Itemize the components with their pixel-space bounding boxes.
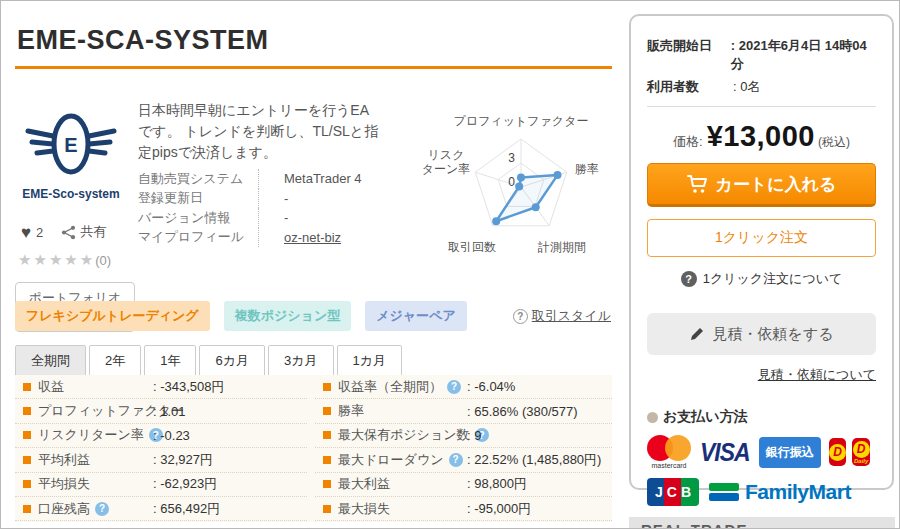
product-page: EME-SCA-SYSTEM E EME-Sco-system ♥ 2 共有	[0, 0, 900, 529]
stats-table: 収益?: -343,508円 プロフィットファクター?: 1.01 リスクリター…	[15, 375, 612, 522]
stat-row: 最大ドローダウン?: 22.52% (1,485,880円)	[315, 448, 612, 472]
jcb-logo: JCB	[647, 478, 699, 506]
svg-text:0: 0	[508, 175, 515, 189]
share-label: 共有	[80, 223, 106, 241]
page-title: EME-SCA-SYSTEM	[17, 25, 269, 56]
trade-style-radar-chart: 30プロフィットファクター勝率計測期間取引回数リスクターン率	[416, 115, 631, 269]
daily-yamazaki-logo: D	[829, 438, 847, 466]
bullet-icon	[23, 431, 31, 439]
bullet-circle-icon	[647, 412, 658, 423]
bullet-icon	[323, 480, 331, 488]
svg-text:E: E	[64, 134, 77, 156]
familymart-logo: FamilyMart	[709, 480, 851, 504]
bullet-icon	[23, 407, 31, 415]
stat-row: リスクリターン率?: -0.23	[15, 424, 307, 448]
bullet-icon	[23, 480, 31, 488]
question-circle-icon: ?	[513, 309, 528, 324]
detail-row: 登録更新日 -	[138, 189, 438, 209]
stat-row: 収益?: -343,508円	[15, 375, 307, 399]
quote-about-link[interactable]: 見積・依頼について	[647, 366, 876, 384]
bullet-icon	[323, 383, 331, 391]
share-button[interactable]: 共有	[61, 223, 106, 241]
review-count: (0)	[95, 253, 111, 268]
trade-style-link[interactable]: ? 取引スタイル	[513, 307, 611, 325]
one-click-about-link[interactable]: ? 1クリック注文について	[647, 270, 876, 288]
payment-logos-row-1: mastercard VISA 銀行振込 D D Daily	[647, 435, 876, 469]
stat-row: 口座残高?: 656,492円	[15, 497, 307, 521]
stat-row: 最大損失?: -95,000円	[315, 497, 612, 521]
svg-text:取引回数: 取引回数	[448, 240, 496, 254]
stat-row: 勝率?: 65.86% (380/577)	[315, 399, 612, 423]
product-logo-icon: E	[25, 109, 117, 181]
real-trade-section: REAL TRADE	[629, 517, 895, 529]
payment-methods-header: お支払い方法	[647, 408, 876, 426]
period-tabs: 全期間 2年 1年 6カ月 3カ月 1カ月	[15, 345, 405, 377]
users-row: 利用者数 : 0名	[647, 78, 876, 96]
price-value: ¥13,000	[707, 120, 815, 152]
svg-text:ターン率: ターン率	[422, 162, 471, 176]
like-heart-icon[interactable]: ♥	[21, 224, 31, 241]
stat-row: 平均利益?: 32,927円	[15, 448, 307, 472]
profile-link[interactable]: oz-net-biz	[258, 228, 341, 248]
help-icon[interactable]: ?	[449, 453, 463, 467]
payment-logos-row-2: JCB FamilyMart	[647, 478, 876, 506]
stat-row: プロフィットファクター?: 1.01	[15, 399, 307, 423]
price-line: 価格:¥13,000(税込)	[647, 120, 876, 153]
help-icon[interactable]: ?	[95, 502, 109, 516]
share-icon	[61, 225, 76, 240]
tags-row: フレキシブルトレーディング 複数ポジション型 メジャーペア ? 取引スタイル	[15, 301, 611, 331]
help-icon[interactable]: ?	[447, 380, 461, 394]
tag-multi-position[interactable]: 複数ポジション型	[224, 301, 352, 331]
pen-icon	[689, 326, 705, 342]
users-value: : 0名	[733, 78, 760, 96]
stat-row: 最大利益?: 98,800円	[315, 473, 612, 497]
quote-request-button[interactable]: 見積・依頼をする	[647, 313, 876, 355]
price-tax-note: (税込)	[818, 135, 850, 149]
tab-3months[interactable]: 3カ月	[268, 345, 334, 377]
svg-text:勝率: 勝率	[575, 162, 599, 176]
detail-row: バージョン情報 -	[138, 208, 438, 228]
detail-row: マイプロフィール oz-net-biz	[138, 228, 438, 248]
tab-all-period[interactable]: 全期間	[15, 345, 86, 377]
stars-icons: ★★★★★	[18, 251, 95, 268]
title-divider	[15, 66, 612, 69]
purchase-panel: 販売開始日 : 2021年6月4日 14時04分 利用者数 : 0名 価格:¥1…	[629, 14, 894, 490]
real-trade-heading: REAL TRADE	[629, 517, 895, 529]
tag-major-pair[interactable]: メジャーペア	[365, 301, 467, 331]
bullet-icon	[23, 383, 31, 391]
add-to-cart-button[interactable]: カートに入れる	[647, 163, 876, 207]
stats-right-column: 収益率（全期間）?: -6.04% 勝率?: 65.86% (380/577) …	[315, 375, 612, 522]
product-logo-text: EME-Sco-system	[15, 187, 127, 201]
bank-transfer-badge: 銀行振込	[759, 437, 821, 468]
star-rating: ★★★★★(0)	[18, 251, 135, 269]
stats-left-column: 収益?: -343,508円 プロフィットファクター?: 1.01 リスクリター…	[15, 375, 307, 522]
svg-text:計測期間: 計測期間	[537, 240, 586, 254]
detail-row: 自動売買システム MetaTrader 4	[138, 169, 438, 189]
svg-text:3: 3	[508, 151, 515, 165]
daily-logo: D Daily	[852, 438, 870, 466]
sidebar-divider	[647, 106, 876, 107]
tab-1year[interactable]: 1年	[144, 345, 196, 377]
visa-logo: VISA	[700, 437, 750, 467]
mastercard-logo: mastercard	[647, 435, 691, 469]
bullet-icon	[323, 456, 331, 464]
release-date-row: 販売開始日 : 2021年6月4日 14時04分	[647, 37, 876, 73]
tag-flexible-trading[interactable]: フレキシブルトレーディング	[15, 301, 210, 331]
bullet-icon	[323, 431, 331, 439]
stat-row: 最大保有ポジション数?: 9	[315, 424, 612, 448]
one-click-order-button[interactable]: 1クリック注文	[647, 219, 876, 257]
product-details-list: 自動売買システム MetaTrader 4 登録更新日 - バージョン情報 - …	[138, 169, 438, 247]
svg-text:リスク: リスク	[428, 148, 465, 162]
svg-text:プロフィットファクター: プロフィットファクター	[454, 115, 589, 128]
tab-1month[interactable]: 1カ月	[337, 345, 403, 377]
bullet-icon	[323, 505, 331, 513]
bullet-icon	[323, 407, 331, 415]
stat-row: 平均損失?: -62,923円	[15, 473, 307, 497]
stat-row: 収益率（全期間）?: -6.04%	[315, 375, 612, 399]
bullet-icon	[23, 505, 31, 513]
product-description: 日本時間早朝にエントリーを行うEAです。 トレンドを判断し、TL/SLと指定pi…	[138, 100, 380, 163]
tab-2years[interactable]: 2年	[89, 345, 141, 377]
price-label: 価格:	[673, 134, 703, 149]
tab-6months[interactable]: 6カ月	[199, 345, 265, 377]
question-circle-icon: ?	[681, 271, 697, 287]
